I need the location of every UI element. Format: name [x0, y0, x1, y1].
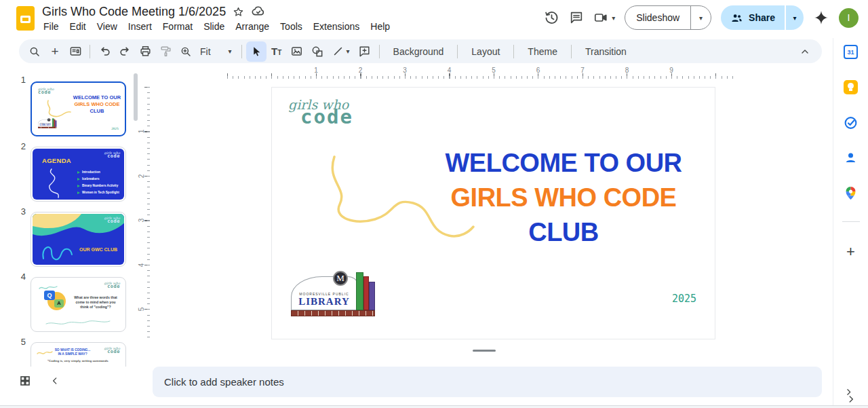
- slide-number: 5: [16, 337, 26, 347]
- thumb2-bullets: Introduction Icebreakers Binary Numbers …: [77, 170, 119, 194]
- menu-bar: File Edit View Insert Format Slide Arran…: [38, 19, 395, 34]
- undo-icon[interactable]: [94, 41, 115, 62]
- grid-view-icon[interactable]: [19, 375, 31, 387]
- paint-format-icon[interactable]: [155, 41, 176, 62]
- redo-icon[interactable]: [115, 41, 135, 62]
- maps-icon[interactable]: [844, 186, 858, 200]
- filmstrip-scrollbar[interactable]: [134, 73, 138, 121]
- google-slides-app: Girls Who Code Meeting 1/6/2025 File Edi…: [0, 0, 868, 408]
- menu-extensions[interactable]: Extensions: [308, 19, 365, 34]
- meet-camera-icon[interactable]: ▾: [593, 10, 615, 25]
- horizontal-ruler: 1 2 3 4 5 6 7 8 9: [227, 73, 738, 79]
- get-addons-icon[interactable]: +: [846, 243, 855, 261]
- slide-number: 4: [16, 272, 26, 282]
- contacts-icon[interactable]: [844, 151, 858, 165]
- menu-file[interactable]: File: [38, 19, 64, 34]
- slideshow-dropdown[interactable]: ▾: [690, 6, 711, 29]
- thumb4-wave-line: [45, 320, 113, 326]
- menu-edit[interactable]: Edit: [64, 19, 92, 34]
- slide-title[interactable]: WELCOME TO OUR GIRLS WHO CODE CLUB: [406, 146, 721, 250]
- insert-shape-icon[interactable]: [307, 41, 328, 62]
- slide-thumbnail-3[interactable]: OUR GWC CLUB girls who code: [31, 212, 126, 267]
- girls-who-code-logo[interactable]: girls who code: [288, 98, 353, 127]
- slideshow-button-group: Slideshow ▾: [625, 5, 711, 30]
- tasks-icon[interactable]: [844, 115, 858, 130]
- side-panel: 31 +: [833, 38, 868, 408]
- insert-image-icon[interactable]: [287, 41, 307, 62]
- menu-slide[interactable]: Slide: [198, 19, 230, 34]
- cloud-saved-icon[interactable]: [251, 4, 266, 19]
- menu-insert[interactable]: Insert: [123, 19, 157, 34]
- slide-number: 2: [16, 141, 26, 151]
- slide-number: 3: [16, 206, 26, 217]
- zoom-value: Fit: [200, 46, 211, 57]
- layout-button[interactable]: Layout: [462, 46, 509, 57]
- hide-menus-icon[interactable]: [795, 41, 815, 62]
- slides-logo-icon[interactable]: [16, 6, 35, 31]
- slide-canvas[interactable]: girls who code WELCOME TO OUR GIRLS WHO …: [271, 87, 715, 339]
- notes-expand-icon[interactable]: [844, 388, 853, 396]
- line-caret-icon: ▾: [347, 48, 350, 55]
- thumb4-question: What are three words that come to mind w…: [71, 295, 120, 310]
- thumb1-library-logo: MMOORESVILLE PUBLICLIBRARY: [38, 118, 56, 129]
- share-dropdown[interactable]: ▾: [785, 5, 804, 30]
- qa-icon: Q A: [44, 291, 68, 312]
- people-icon: [730, 12, 743, 24]
- menu-arrange[interactable]: Arrange: [230, 19, 275, 34]
- speaker-notes[interactable]: Click to add speaker notes: [153, 367, 822, 397]
- thumb2-title: AGENDA: [42, 157, 71, 164]
- library-monogram: M: [333, 271, 348, 286]
- slide-thumbnail-2[interactable]: AGENDA girls who code Introduction Icebr…: [31, 147, 126, 202]
- document-title[interactable]: Girls Who Code Meeting 1/6/2025: [42, 5, 226, 19]
- zoom-in-icon[interactable]: [176, 41, 196, 62]
- theme-button[interactable]: Theme: [518, 46, 567, 57]
- new-slide-icon[interactable]: +: [45, 41, 65, 62]
- slide-thumbnail-1[interactable]: girls who code WELCOME TO OUR GIRLS WHO …: [31, 81, 126, 136]
- slide-number: 1: [16, 75, 26, 85]
- account-avatar[interactable]: I: [839, 8, 859, 28]
- select-tool-icon[interactable]: [246, 41, 267, 62]
- slide-year[interactable]: 2025: [672, 293, 696, 305]
- menu-tools[interactable]: Tools: [275, 19, 308, 34]
- gemini-sparkle-icon[interactable]: [813, 10, 829, 26]
- zoom-select[interactable]: Fit ▾: [196, 46, 237, 57]
- search-menus-icon[interactable]: [24, 41, 45, 62]
- share-button[interactable]: Share: [721, 5, 785, 30]
- mini-squiggle: [45, 168, 79, 200]
- mini-gwc-block: code: [38, 90, 54, 95]
- insert-comment-icon[interactable]: [355, 41, 375, 62]
- print-icon[interactable]: [135, 41, 155, 62]
- share-button-group: Share ▾: [721, 5, 804, 30]
- new-slide-layout-icon[interactable]: [65, 41, 85, 62]
- header: Girls Who Code Meeting 1/6/2025 File Edi…: [0, 0, 868, 38]
- menu-format[interactable]: Format: [157, 19, 198, 34]
- filmstrip: 1 girls who code WELCOME TO OUR GIRLS WH…: [0, 65, 141, 367]
- star-icon[interactable]: [233, 6, 244, 18]
- side-panel-divider: [842, 221, 860, 222]
- camera-dropdown-caret[interactable]: ▾: [612, 14, 615, 22]
- thumb5-body: "Coding is, very simply, writing command…: [47, 359, 115, 363]
- thumb3-title: OUR GWC CLUB: [79, 247, 117, 252]
- collapse-filmstrip-icon[interactable]: [50, 376, 60, 386]
- insert-line-icon[interactable]: ▾: [328, 41, 355, 62]
- thumb5-heading: SO WHAT IS CODING... IN A SIMPLE WAY?: [42, 348, 103, 356]
- slideshow-button[interactable]: Slideshow: [625, 6, 690, 29]
- version-history-icon[interactable]: [544, 10, 559, 26]
- slide-title-line1: WELCOME TO OUR: [406, 146, 721, 181]
- slide-thumbnail-5[interactable]: SO WHAT IS CODING... IN A SIMPLE WAY? "C…: [31, 342, 126, 367]
- background-button[interactable]: Background: [384, 46, 454, 57]
- notes-resize-handle[interactable]: [473, 350, 496, 352]
- comments-icon[interactable]: [569, 10, 584, 25]
- slide-title-line2: GIRLS WHO CODE: [406, 181, 721, 215]
- speaker-notes-placeholder: Click to add speaker notes: [164, 376, 284, 388]
- toolbar: + Fit ▾ TT: [19, 39, 822, 63]
- calendar-icon[interactable]: 31: [844, 45, 858, 59]
- transition-button[interactable]: Transition: [576, 46, 636, 57]
- vertical-ruler: 1 2 3 4 5: [144, 87, 150, 343]
- text-box-icon[interactable]: TT: [267, 41, 287, 62]
- keep-icon[interactable]: [844, 80, 858, 94]
- library-logo[interactable]: M MOORESVILLE PUBLIC LIBRARY: [291, 270, 375, 320]
- menu-view[interactable]: View: [92, 19, 123, 34]
- slide-thumbnail-4[interactable]: girls who code Q A What are three words …: [31, 277, 126, 332]
- menu-help[interactable]: Help: [365, 19, 395, 34]
